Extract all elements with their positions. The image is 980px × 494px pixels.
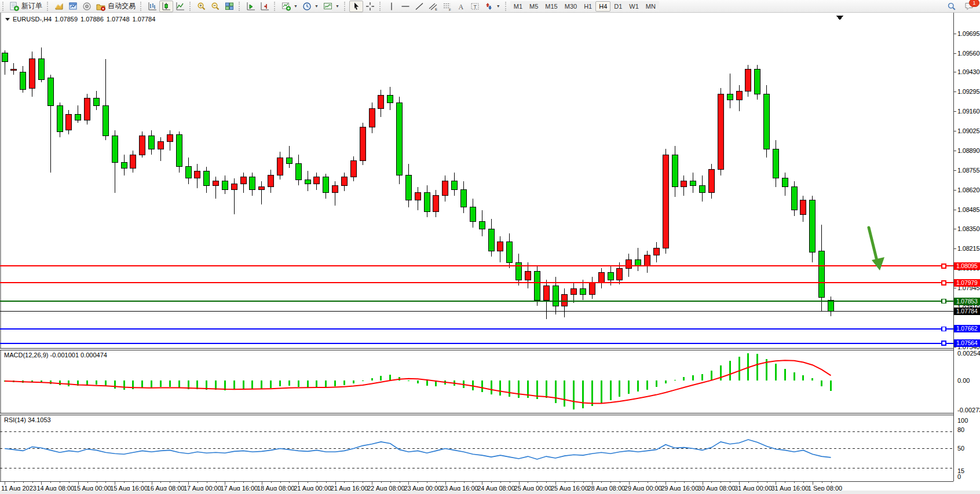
candle-body — [47, 78, 53, 106]
crosshair-tool-button[interactable] — [363, 1, 377, 12]
notifications-button[interactable]: 1 — [962, 1, 977, 12]
line-chart-button[interactable] — [173, 1, 187, 12]
bar-chart-button[interactable] — [145, 1, 159, 12]
macd-panel[interactable] — [0, 350, 953, 413]
timeframe-h1[interactable]: H1 — [580, 1, 595, 12]
line-handle[interactable] — [942, 341, 946, 345]
vertical-line-tool-button[interactable] — [385, 1, 398, 12]
tile-windows-icon — [225, 2, 234, 11]
price-tick-label: 1.09695 — [957, 30, 979, 37]
candle-body — [562, 294, 568, 306]
candle-body — [516, 262, 522, 280]
toolbar-grip — [379, 2, 383, 11]
candle-body — [103, 105, 108, 136]
level-price-tag: 1.07662 — [954, 325, 980, 332]
candle-body — [75, 114, 81, 120]
timeframe-m5[interactable]: M5 — [526, 1, 542, 12]
new-order-label: 新订单 — [21, 1, 42, 11]
price-axis[interactable]: 0.002543 0.00 -0.002733 100 80 50 15 0 1… — [953, 13, 980, 481]
profiles-button[interactable] — [52, 1, 66, 12]
time-tick-mark — [638, 482, 639, 483]
time-tick-mark — [198, 482, 198, 483]
timeframe-m1[interactable]: M1 — [510, 1, 526, 12]
time-tick-mark — [711, 482, 712, 483]
navigator-button[interactable] — [80, 1, 94, 12]
timeframe-h4[interactable]: H4 — [595, 1, 610, 12]
navigator-icon — [82, 2, 92, 11]
candle-body — [828, 301, 834, 312]
new-order-button[interactable]: 新订单 — [8, 1, 45, 12]
panel-separator[interactable] — [0, 348, 953, 350]
chart-close-value: 1.07784 — [133, 16, 156, 23]
text-label-tool-button[interactable]: T — [468, 1, 482, 12]
timeframe-m30[interactable]: M30 — [561, 1, 580, 12]
crosshair-icon — [365, 2, 375, 11]
line-handle[interactable] — [942, 281, 946, 285]
candle-body — [571, 288, 577, 294]
equidistant-channel-tool-button[interactable]: E — [426, 1, 440, 12]
auto-scroll-button[interactable] — [244, 1, 258, 12]
price-tick-label: 1.08755 — [957, 167, 979, 174]
time-tick-mark — [610, 482, 611, 483]
market-watch-button[interactable] — [66, 1, 80, 12]
main-price-chart[interactable] — [0, 13, 953, 349]
time-tick-mark — [344, 482, 345, 483]
timeframe-d1[interactable]: D1 — [610, 1, 626, 12]
indicators-button[interactable]: ▼ — [279, 1, 300, 12]
dropdown-caret-icon: ▼ — [294, 4, 298, 8]
horizontal-line-tool-button[interactable] — [398, 1, 412, 12]
autotrading-button[interactable]: 自动交易 — [94, 1, 138, 12]
panel-separator[interactable] — [0, 413, 953, 415]
chart-shift-button[interactable] — [258, 1, 272, 12]
toolbar-grip — [505, 2, 509, 11]
dropdown-caret-icon: ▼ — [496, 4, 500, 8]
time-tick-mark — [785, 482, 785, 483]
line-handle[interactable] — [942, 264, 946, 268]
zoom-out-button[interactable] — [209, 1, 222, 12]
time-tick-mark — [748, 482, 749, 483]
time-tick-mark — [170, 482, 170, 483]
candle-body — [2, 53, 8, 62]
down-arrow-annotation[interactable] — [869, 228, 877, 261]
timeframe-w1[interactable]: W1 — [626, 1, 642, 12]
fibonacci-tool-button[interactable]: F — [440, 1, 454, 12]
arrows-tool-button[interactable]: ▼ — [482, 1, 503, 12]
candle-body — [38, 59, 44, 79]
svg-text:E: E — [435, 8, 437, 11]
trendline-tool-button[interactable] — [412, 1, 426, 12]
periods-button[interactable]: ▼ — [300, 1, 321, 12]
chart-open-value: 1.07859 — [54, 16, 78, 23]
time-tick-mark — [500, 482, 501, 483]
candle-body — [176, 134, 182, 166]
time-tick-mark — [473, 482, 473, 483]
templates-button[interactable]: ▼ — [321, 1, 342, 12]
time-tick-mark — [271, 482, 272, 483]
time-tick-mark — [648, 482, 648, 483]
level-price-tag: 1.07564 — [954, 339, 980, 347]
tile-windows-button[interactable] — [222, 1, 236, 12]
time-tick-mark — [758, 482, 758, 483]
rsi-panel[interactable] — [0, 415, 953, 481]
text-icon: A — [456, 2, 466, 11]
time-tick-mark — [308, 482, 308, 483]
time-tick-mark — [234, 482, 235, 483]
scroll-to-end-marker[interactable] — [836, 16, 843, 20]
search-button[interactable] — [945, 1, 959, 12]
line-handle[interactable] — [942, 327, 946, 331]
timeframe-mn[interactable]: MN — [642, 1, 659, 12]
zoom-in-button[interactable] — [195, 1, 209, 12]
time-tick-mark — [133, 482, 134, 483]
line-handle[interactable] — [942, 299, 946, 303]
time-tick-mark — [216, 482, 217, 483]
time-tick-mark — [280, 482, 281, 483]
text-tool-button[interactable]: A — [454, 1, 468, 12]
chart-title: EURUSD-,H4 1.07859 1.07886 1.07748 1.077… — [5, 16, 155, 23]
candle-body — [681, 181, 687, 187]
candle-body — [57, 105, 63, 131]
cursor-tool-button[interactable] — [349, 1, 363, 12]
toolbar-grip — [140, 2, 144, 11]
timeframe-m15[interactable]: M15 — [542, 1, 561, 12]
candle-body — [20, 72, 26, 89]
chart-menu-icon[interactable] — [5, 18, 10, 21]
candlestick-chart-button[interactable] — [159, 1, 173, 12]
